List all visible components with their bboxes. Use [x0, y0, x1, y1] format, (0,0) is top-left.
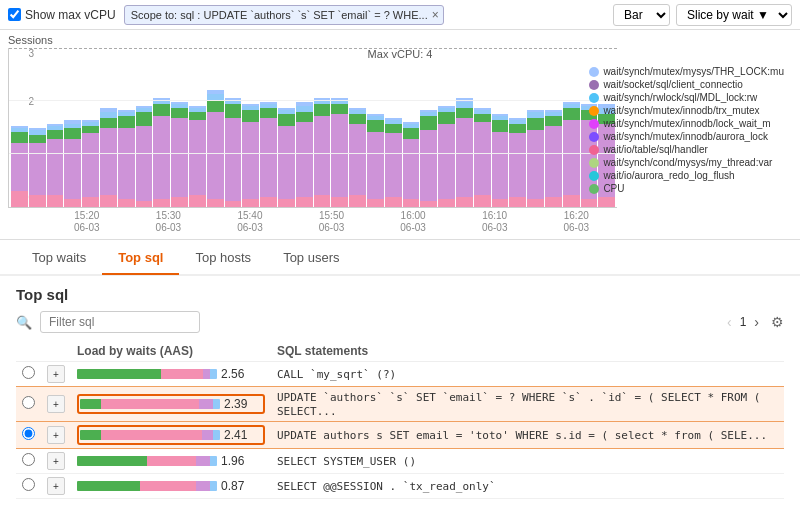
table-row[interactable]: + 2.39 UPDATE `authors` `s` SET `email` … [16, 387, 784, 422]
mini-bar [80, 399, 220, 409]
bar-segment [474, 114, 491, 122]
settings-icon[interactable]: ⚙ [771, 314, 784, 330]
row-radio-input[interactable] [22, 453, 35, 466]
expand-button[interactable]: + [47, 365, 65, 383]
sql-statement: UPDATE authors s SET email = 'toto' WHER… [277, 429, 767, 442]
bar-segment [64, 199, 81, 207]
bar-segment [47, 195, 64, 207]
row-expand-cell[interactable]: + [41, 422, 71, 449]
bar-group [349, 48, 366, 207]
row-radio-cell[interactable] [16, 362, 41, 387]
row-expand-cell[interactable]: + [41, 474, 71, 499]
legend-dot [589, 93, 599, 103]
bar-segment [196, 481, 210, 491]
table-row[interactable]: + 2.41 UPDATE authors s SET email = 'tot… [16, 422, 784, 449]
table-body: + 2.56 CALL `my_sqrt` (?) + 2.39 [16, 362, 784, 499]
bar-segment [314, 116, 331, 196]
row-expand-cell[interactable]: + [41, 449, 71, 474]
expand-button[interactable]: + [47, 395, 65, 413]
legend-label: wait/synch/mutex/innodb/trx_mutex [603, 105, 759, 116]
tab-top-waits[interactable]: Top waits [16, 242, 102, 275]
scope-close-button[interactable]: × [432, 8, 439, 22]
row-expand-cell[interactable]: + [41, 362, 71, 387]
bar-segment [260, 108, 277, 118]
sql-statement: SELECT @@SESSION . `tx_read_only` [277, 480, 496, 493]
table-row[interactable]: + 2.56 CALL `my_sqrt` (?) [16, 362, 784, 387]
sql-statement: CALL `my_sqrt` (?) [277, 368, 396, 381]
row-radio-cell[interactable] [16, 387, 41, 422]
chart-type-select[interactable]: Bar Line [613, 4, 670, 26]
bar-segment [314, 195, 331, 207]
row-radio-cell[interactable] [16, 422, 41, 449]
bar-segment [64, 128, 81, 140]
scope-pill: Scope to: sql : UPDATE `authors` `s` SET… [124, 5, 444, 25]
row-radio-cell[interactable] [16, 449, 41, 474]
bar-segment [527, 130, 544, 200]
tab-top-sql[interactable]: Top sql [102, 242, 179, 275]
bar-segment [199, 399, 213, 409]
bar-segment [213, 399, 220, 409]
row-radio-input[interactable] [22, 396, 35, 409]
bar-segment [331, 104, 348, 114]
row-sql-cell[interactable]: SELECT SYSTEM_USER () [271, 449, 784, 474]
expand-button[interactable]: + [47, 452, 65, 470]
expand-button[interactable]: + [47, 426, 65, 444]
table-row[interactable]: + 0.87 SELECT @@SESSION . `tx_read_only` [16, 474, 784, 499]
vcpu-checkbox-input[interactable] [8, 8, 21, 21]
row-radio-input[interactable] [22, 478, 35, 491]
bar-group [29, 48, 46, 207]
bar-group [492, 48, 509, 207]
bar-segment [367, 199, 384, 207]
bar-segment [545, 126, 562, 198]
bar-segment [136, 112, 153, 126]
prev-page-button[interactable]: ‹ [723, 312, 736, 332]
bar-segment [11, 191, 28, 207]
row-expand-cell[interactable]: + [41, 387, 71, 422]
show-max-vcpu-checkbox[interactable]: Show max vCPU [8, 8, 116, 22]
bar-segment [509, 197, 526, 207]
bar-segment [367, 120, 384, 132]
row-radio-input[interactable] [22, 366, 35, 379]
bar-segment [80, 399, 101, 409]
row-radio-input[interactable] [22, 427, 35, 440]
bar-group [207, 48, 224, 207]
sql-filter-input[interactable] [40, 311, 200, 333]
table-row[interactable]: + 1.96 SELECT SYSTEM_USER () [16, 449, 784, 474]
legend-label: wait/io/aurora_redo_log_flush [603, 170, 734, 181]
row-sql-cell[interactable]: SELECT @@SESSION . `tx_read_only` [271, 474, 784, 499]
x-axis-label: 15:4006-03 [209, 210, 291, 234]
bar-group [296, 48, 313, 207]
bar-group [563, 48, 580, 207]
bar-segment [161, 369, 203, 379]
x-axis-label: 15:2006-03 [46, 210, 128, 234]
bar-segment [420, 116, 437, 130]
bar-segment [47, 139, 64, 195]
filter-row: 🔍 ‹ 1 › ⚙ [16, 311, 784, 333]
bar-segment [171, 197, 188, 207]
bar-group [171, 48, 188, 207]
tab-top-hosts[interactable]: Top hosts [179, 242, 267, 275]
bar-segment [189, 195, 206, 207]
expand-button[interactable]: + [47, 477, 65, 495]
bar-group [136, 48, 153, 207]
slice-by-select[interactable]: Slice by wait ▼ [676, 4, 792, 26]
table-header: Load by waits (AAS) SQL statements [16, 341, 784, 362]
next-page-button[interactable]: › [750, 312, 763, 332]
bar-group [260, 48, 277, 207]
bar-segment [385, 197, 402, 207]
bar-segment [545, 197, 562, 207]
legend-dot [589, 184, 599, 194]
row-bar-cell: 2.41 [71, 422, 271, 449]
row-bar-cell: 0.87 [71, 474, 271, 499]
bar-group [242, 48, 259, 207]
bar-segment [492, 132, 509, 200]
row-radio-cell[interactable] [16, 474, 41, 499]
bar-segment [210, 369, 217, 379]
bar-group [64, 48, 81, 207]
row-sql-cell[interactable]: UPDATE authors s SET email = 'toto' WHER… [271, 422, 784, 449]
tab-top-users[interactable]: Top users [267, 242, 355, 275]
row-sql-cell[interactable]: CALL `my_sqrt` (?) [271, 362, 784, 387]
x-axis-label: 16:0006-03 [372, 210, 454, 234]
row-sql-cell[interactable]: UPDATE `authors` `s` SET `email` = ? WHE… [271, 387, 784, 422]
bar-segment [29, 135, 46, 143]
